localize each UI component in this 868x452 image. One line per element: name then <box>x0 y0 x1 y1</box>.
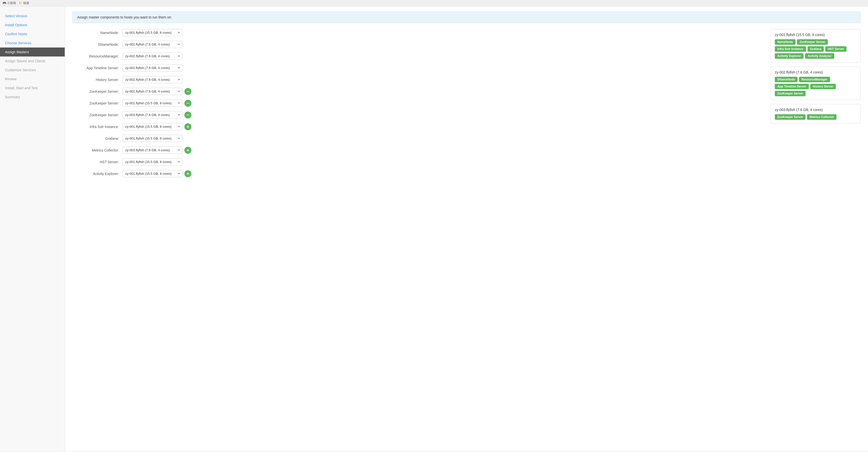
host-summary: zy-001.flyfish (15.5 GB, 8 cores)NameNod… <box>771 29 861 182</box>
select-zookeeper-server-1[interactable]: zy-001.flyfish (15.5 GB, 8 cores)zy-002.… <box>122 88 182 95</box>
badge-host-002-1: ResourceManager <box>799 77 830 82</box>
sidebar-item-select-version[interactable]: Select Version <box>0 11 65 21</box>
form-control-wrap-metrics-collector: zy-001.flyfish (15.5 GB, 8 cores)zy-002.… <box>122 147 191 154</box>
badge-wrap-host-002: SNameNodeResourceManagerApp Timeline Ser… <box>775 77 856 96</box>
form-label-zookeeper-server-1: ZooKeeper Server: <box>72 90 122 93</box>
form-control-wrap-zookeeper-server-2: zy-001.flyfish (15.5 GB, 8 cores)zy-002.… <box>122 99 191 107</box>
select-zookeeper-server-3[interactable]: zy-001.flyfish (15.5 GB, 8 cores)zy-002.… <box>122 111 182 119</box>
form-row-snamenode: SNameNode:zy-001.flyfish (15.5 GB, 8 cor… <box>72 41 763 48</box>
select-infra-solr-instance[interactable]: zy-001.flyfish (15.5 GB, 8 cores)zy-002.… <box>122 123 182 130</box>
badge-host-002-3: History Server <box>810 84 836 89</box>
browser-link-item: 📁 链接 <box>19 1 29 5</box>
form-control-wrap-infra-solr-instance: zy-001.flyfish (15.5 GB, 8 cores)zy-002.… <box>122 123 191 130</box>
select-grafana[interactable]: zy-001.flyfish (15.5 GB, 8 cores)zy-002.… <box>122 135 182 142</box>
badge-host-001-1: ZooKeeper Server <box>797 39 828 45</box>
host-card-host-003: zy-003.flyfish (7.6 GB, 4 cores)ZooKeepe… <box>771 104 861 123</box>
sidebar-item-customize-services: Customize Services <box>0 65 65 74</box>
select-zookeeper-server-2[interactable]: zy-001.flyfish (15.5 GB, 8 cores)zy-002.… <box>122 99 182 107</box>
select-snamenode[interactable]: zy-001.flyfish (15.5 GB, 8 cores)zy-002.… <box>122 41 182 48</box>
form-row-activity-explorer: Activity Explorer:zy-001.flyfish (15.5 G… <box>72 170 763 177</box>
badge-host-002-2: App Timeline Server <box>775 84 809 89</box>
info-banner-text: Assign master components to hosts you wa… <box>77 15 172 19</box>
sidebar-item-confirm-hosts[interactable]: Confirm Hosts <box>0 30 65 38</box>
sidebar-item-install-options[interactable]: Install Options <box>0 21 65 30</box>
host-card-host-002: zy-002.flyfish (7.6 GB, 4 cores)SNameNod… <box>771 66 861 100</box>
main-layout: Select VersionInstall OptionsConfirm Hos… <box>0 6 868 451</box>
badge-host-001-0: NameNode <box>775 39 796 45</box>
host-card-title-host-001: zy-001.flyfish (15.5 GB, 8 cores) <box>775 33 856 37</box>
form-control-wrap-grafana: zy-001.flyfish (15.5 GB, 8 cores)zy-002.… <box>122 135 182 142</box>
form-row-zookeeper-server-1: ZooKeeper Server:zy-001.flyfish (15.5 GB… <box>72 88 763 95</box>
badge-host-002-4: ZooKeeper Server <box>775 91 806 96</box>
select-app-timeline-server[interactable]: zy-001.flyfish (15.5 GB, 8 cores)zy-002.… <box>122 64 182 71</box>
host-card-title-host-003: zy-003.flyfish (7.6 GB, 4 cores) <box>775 108 856 112</box>
form-control-wrap-hst-server: zy-001.flyfish (15.5 GB, 8 cores)zy-002.… <box>122 158 182 165</box>
assign-form: NameNode:zy-001.flyfish (15.5 GB, 8 core… <box>72 29 763 182</box>
badge-host-001-4: HST Server <box>825 46 846 52</box>
form-label-snamenode: SNameNode: <box>72 42 122 47</box>
sidebar-item-review: Review <box>0 74 65 84</box>
sidebar-item-summary: Summary <box>0 92 65 101</box>
badge-host-001-3: Grafana <box>808 46 824 52</box>
form-control-wrap-history-server: zy-001.flyfish (15.5 GB, 8 cores)zy-002.… <box>122 76 182 83</box>
form-control-wrap-snamenode: zy-001.flyfish (15.5 GB, 8 cores)zy-002.… <box>122 41 182 48</box>
browser-bar: 🎮 小游戏 📁 链接 <box>0 0 868 6</box>
form-label-metrics-collector: Metrics Collector: <box>72 148 122 152</box>
sidebar-item-assign-masters[interactable]: Assign Masters <box>0 48 65 57</box>
badge-host-001-5: Activity Explorer <box>775 53 804 59</box>
form-label-app-timeline-server: App Timeline Server: <box>72 66 122 70</box>
badge-host-003-0: ZooKeeper Server <box>775 114 806 120</box>
add-button-activity-explorer[interactable]: + <box>184 170 191 177</box>
content-wrapper: NameNode:zy-001.flyfish (15.5 GB, 8 core… <box>72 29 861 182</box>
form-label-resourcemanager: ResourceManager: <box>72 54 122 58</box>
badge-host-003-1: Metrics Collector <box>807 114 836 120</box>
form-label-hst-server: HST Server: <box>72 160 122 164</box>
form-control-wrap-zookeeper-server-1: zy-001.flyfish (15.5 GB, 8 cores)zy-002.… <box>122 88 191 95</box>
select-namenode[interactable]: zy-001.flyfish (15.5 GB, 8 cores)zy-002.… <box>122 29 182 36</box>
sidebar-item-choose-services[interactable]: Choose Services <box>0 38 65 48</box>
form-label-activity-explorer: Activity Explorer: <box>72 172 122 176</box>
form-row-resourcemanager: ResourceManager:zy-001.flyfish (15.5 GB,… <box>72 53 763 60</box>
form-label-grafana: Grafana: <box>72 137 122 141</box>
form-control-wrap-resourcemanager: zy-001.flyfish (15.5 GB, 8 cores)zy-002.… <box>122 53 182 60</box>
add-button-infra-solr-instance[interactable]: + <box>184 123 191 130</box>
form-row-infra-solr-instance: Infra Solr Instance:zy-001.flyfish (15.5… <box>72 123 763 130</box>
form-row-app-timeline-server: App Timeline Server:zy-001.flyfish (15.5… <box>72 64 763 71</box>
form-row-grafana: Grafana:zy-001.flyfish (15.5 GB, 8 cores… <box>72 135 763 142</box>
browser-game-item: 🎮 小游戏 <box>2 1 16 5</box>
remove-button-zookeeper-server-1[interactable]: − <box>184 88 191 95</box>
select-history-server[interactable]: zy-001.flyfish (15.5 GB, 8 cores)zy-002.… <box>122 76 182 83</box>
form-label-namenode: NameNode: <box>72 31 122 35</box>
badge-host-001-2: Infra Solr Instance <box>775 46 806 52</box>
sidebar-item-assign-slaves: Assign Slaves and Clients <box>0 57 65 65</box>
remove-button-zookeeper-server-2[interactable]: − <box>184 100 191 107</box>
select-metrics-collector[interactable]: zy-001.flyfish (15.5 GB, 8 cores)zy-002.… <box>122 147 182 154</box>
select-hst-server[interactable]: zy-001.flyfish (15.5 GB, 8 cores)zy-002.… <box>122 158 182 165</box>
info-banner: Assign master components to hosts you wa… <box>72 11 861 23</box>
badge-wrap-host-001: NameNodeZooKeeper ServerInfra Solr Insta… <box>775 39 856 59</box>
sidebar-item-install-start-test: Install, Start and Test <box>0 84 65 92</box>
form-row-zookeeper-server-2: ZooKeeper Server:zy-001.flyfish (15.5 GB… <box>72 99 763 107</box>
form-control-wrap-activity-explorer: zy-001.flyfish (15.5 GB, 8 cores)zy-002.… <box>122 170 191 177</box>
form-row-zookeeper-server-3: ZooKeeper Server:zy-001.flyfish (15.5 GB… <box>72 111 763 119</box>
remove-button-zookeeper-server-3[interactable]: − <box>184 112 191 119</box>
form-row-metrics-collector: Metrics Collector:zy-001.flyfish (15.5 G… <box>72 147 763 154</box>
select-activity-explorer[interactable]: zy-001.flyfish (15.5 GB, 8 cores)zy-002.… <box>122 170 182 177</box>
form-label-zookeeper-server-2: ZooKeeper Server: <box>72 101 122 105</box>
host-card-title-host-002: zy-002.flyfish (7.6 GB, 4 cores) <box>775 70 856 74</box>
main-content: Assign master components to hosts you wa… <box>65 6 868 451</box>
form-row-namenode: NameNode:zy-001.flyfish (15.5 GB, 8 core… <box>72 29 763 36</box>
form-row-history-server: History Server:zy-001.flyfish (15.5 GB, … <box>72 76 763 83</box>
form-control-wrap-zookeeper-server-3: zy-001.flyfish (15.5 GB, 8 cores)zy-002.… <box>122 111 191 119</box>
form-control-wrap-namenode: zy-001.flyfish (15.5 GB, 8 cores)zy-002.… <box>122 29 182 36</box>
form-row-hst-server: HST Server:zy-001.flyfish (15.5 GB, 8 co… <box>72 158 763 165</box>
sidebar: Select VersionInstall OptionsConfirm Hos… <box>0 6 65 451</box>
badge-wrap-host-003: ZooKeeper ServerMetrics Collector <box>775 114 856 120</box>
add-button-metrics-collector[interactable]: + <box>184 147 191 154</box>
form-label-zookeeper-server-3: ZooKeeper Server: <box>72 113 122 117</box>
form-control-wrap-app-timeline-server: zy-001.flyfish (15.5 GB, 8 cores)zy-002.… <box>122 64 182 71</box>
form-label-infra-solr-instance: Infra Solr Instance: <box>72 125 122 129</box>
host-card-host-001: zy-001.flyfish (15.5 GB, 8 cores)NameNod… <box>771 29 861 62</box>
badge-host-001-6: Activity Analyzer <box>805 53 834 59</box>
select-resourcemanager[interactable]: zy-001.flyfish (15.5 GB, 8 cores)zy-002.… <box>122 53 182 60</box>
